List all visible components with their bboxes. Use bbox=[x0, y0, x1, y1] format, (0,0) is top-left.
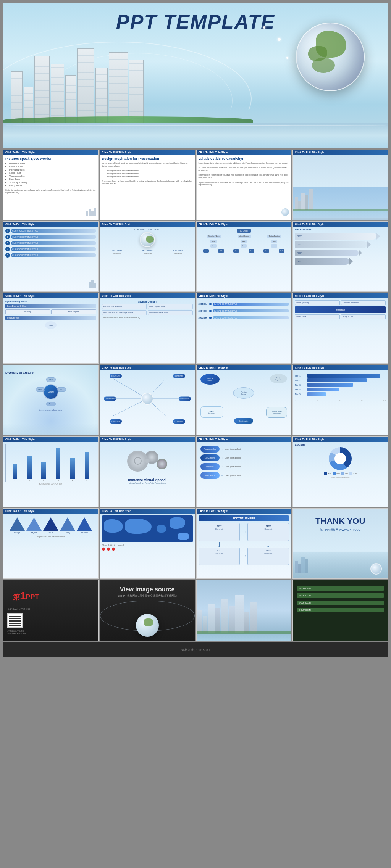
gear-small bbox=[157, 459, 167, 469]
qr-code bbox=[7, 613, 23, 628]
slide-6-2-header: Click To Edit Title Style bbox=[100, 509, 195, 514]
footer-slide-3 bbox=[196, 580, 292, 641]
hand-wave bbox=[3, 424, 98, 435]
slide-1-3-title: Valuable Aids To Creativity! bbox=[199, 157, 289, 161]
logo-number: 第 bbox=[13, 593, 20, 601]
bubble-2: DesignInspiration bbox=[270, 374, 287, 383]
slide-1-1-title: Pictures speak 1,000 words! bbox=[5, 157, 96, 161]
footer-logo-content: 第1PPT 您可以在此处下载模板 您可以在以下载模板您可以在此处下载模板 bbox=[3, 580, 98, 638]
visual-oval: Visual bbox=[45, 321, 57, 329]
logo-one: 1 bbox=[20, 590, 26, 602]
num-item-1: 1 CLICK TO EDIT TITLE STYLE bbox=[5, 229, 96, 233]
org-chart: 3D Effect Standard Setup Visual Impact S… bbox=[199, 229, 289, 253]
logo-ppt: PPT bbox=[26, 593, 39, 601]
slide-1-2-content: Design Inspiration for Presentation Lore… bbox=[100, 155, 195, 218]
comparison-grid: Visual Appealing Animation PowerPoint Im… bbox=[295, 300, 386, 319]
flow-box: Eye-Catching bbox=[200, 454, 220, 461]
grid-footer: Lorem ipsum dolor sit amet consectetur a… bbox=[102, 317, 193, 319]
slide-4-2-content: CONTENTS CONTENTS CONTENTS CONTENTS CONT… bbox=[100, 370, 195, 433]
bar bbox=[13, 464, 17, 479]
thank-globe bbox=[370, 563, 382, 575]
slide-4-1: Diversity of Culture Culture Visual Art … bbox=[3, 365, 99, 435]
num-item-4: 4 CLICK TO EDIT TITLE STYLE bbox=[5, 247, 96, 251]
bullet-item: Clarity & Power bbox=[9, 165, 96, 168]
main-container: PPT TEMPLATE bbox=[0, 0, 391, 660]
slide-1-2-footer: Stylish templates can be a valuable aid … bbox=[102, 180, 193, 185]
flow-row: Visual Appealing → Lorem ipsum dolor sit bbox=[200, 446, 288, 453]
bullet-item: Premium Design bbox=[9, 168, 96, 171]
tri-item: Premium bbox=[77, 517, 92, 534]
stair-row: Title 02 bbox=[295, 378, 386, 382]
footer-logo-text: 第1PPT bbox=[7, 584, 94, 608]
slide-5-1-content: A B C D E bbox=[3, 442, 98, 505]
footer-slide-2: View image source 1g PPT 模板网址, 历史最好全球最大模… bbox=[100, 580, 195, 641]
arrow-2: TEXT bbox=[295, 241, 367, 248]
stair-row: Title 04 bbox=[295, 388, 386, 391]
bar bbox=[56, 448, 60, 479]
arrow-down: ⟶ bbox=[217, 523, 221, 565]
bullet-item: Ready to Use bbox=[9, 184, 96, 187]
building-1 bbox=[11, 71, 23, 125]
slide-2-3: Click To Edit Title Style 3D Effect Stan… bbox=[196, 221, 292, 292]
timeline-item-1: 2015.11 CLICK TO EDIT TITLE STYLE bbox=[199, 303, 289, 306]
bar-group: E bbox=[70, 458, 75, 482]
timeline-item-2: 2014.10 CLICK TO EDIT TITLE STYLE bbox=[199, 309, 289, 312]
flow-box: Animation bbox=[200, 463, 220, 470]
slide-5-4: Click To Edit Title Style BarChart 40% 3… bbox=[292, 436, 388, 507]
slide-3-1-subtitle: Eye-Catching Visual bbox=[5, 300, 96, 303]
bar-group: A bbox=[13, 464, 17, 482]
footer-slide-1: 第1PPT 您可以在此处下载模板 您可以在以下载模板您可以在此处下载模板 bbox=[3, 580, 99, 641]
slide-4-4-content: Title 01 Title 02 Title 03 Title 04 bbox=[293, 370, 388, 433]
slide-3-2-content: Stylish Design Animation Visual Appeal B… bbox=[100, 298, 195, 361]
numbered-list: 1 CLICK TO EDIT TITLE STYLE 2 CLICK TO E… bbox=[5, 229, 96, 258]
content-grid: Animation Visual Appeal Book Diagram & F… bbox=[102, 304, 193, 315]
timeline-item-3: 2013.09 CLICK TO EDIT TITLE STYLE bbox=[199, 316, 289, 319]
comp-item: Animation PowerPoint bbox=[341, 300, 386, 305]
sparkle-2 bbox=[286, 57, 288, 59]
globe-labels: TEXT HERE TEXT HERE TEXT HERE bbox=[102, 249, 193, 251]
slide-3-2: Click To Edit Title Style Stylish Design… bbox=[100, 293, 195, 364]
slide-1-2-body: Lorem ipsum dolor sit amet, consectetur … bbox=[102, 162, 193, 167]
flow-row: Easy Search → Lorem ipsum dolor sit bbox=[200, 472, 288, 479]
bottom-strip: 素材公社 | 11615089 bbox=[3, 642, 388, 657]
bullet-item: Visual Appealing bbox=[9, 174, 96, 177]
stair-row: Title 03 bbox=[295, 383, 386, 387]
map-pin bbox=[111, 547, 115, 551]
slide-1-3: Click To Edit Title Style Valuable Aids … bbox=[196, 150, 292, 220]
slide-2-4: Click To Edit Title Style ADD CONTENTS T… bbox=[292, 221, 388, 292]
legend-item: 15% bbox=[349, 472, 357, 475]
triangle-shape bbox=[10, 517, 25, 531]
header-globe bbox=[296, 23, 365, 91]
feature-box: Book Diagram bbox=[51, 309, 96, 314]
arrow-4: TEXT bbox=[295, 258, 349, 265]
slide-2-1-content: 1 CLICK TO EDIT TITLE STYLE 2 CLICK TO E… bbox=[3, 227, 98, 290]
slide-3-3-header: Click To Edit Title Style bbox=[197, 293, 291, 298]
arrow-3: TEXT bbox=[295, 250, 358, 256]
source-bar-2: SOURCE N bbox=[297, 593, 384, 598]
slide-5-2-header: Click To Edit Title Style bbox=[100, 437, 195, 442]
feature-list: Book Diagram & Chart Diversity Book Diag… bbox=[5, 304, 96, 329]
bar-group: C bbox=[41, 462, 46, 482]
slide-3-4: Click To Edit Title Style Visual Appeali… bbox=[292, 293, 388, 364]
slide-1-2-list: Lorem ipsum dolor sit amet consectetur L… bbox=[102, 169, 193, 178]
bubble-4: Stylishtemplates bbox=[200, 406, 223, 418]
slide-5-3: Click To Edit Title Style Visual Appeali… bbox=[196, 436, 292, 507]
slide-3-1-header: Click To Edit Title Style bbox=[3, 293, 98, 298]
org-top: 3D Effect bbox=[199, 229, 289, 233]
bubble-1: Clarity &Impact bbox=[200, 374, 220, 385]
timeline: 2015.11 CLICK TO EDIT TITLE STYLE 2014.1… bbox=[199, 300, 289, 322]
flow-diagram: Visual Appealing → Lorem ipsum dolor sit… bbox=[199, 444, 289, 481]
slide-2-1-header: Click To Edit Title Style bbox=[3, 222, 98, 227]
center-highlight: Immense bbox=[295, 306, 386, 313]
orbit-item: Visual bbox=[46, 377, 56, 382]
slide-3-3-content: 2015.11 CLICK TO EDIT TITLE STYLE 2014.1… bbox=[197, 298, 291, 361]
bar bbox=[70, 458, 75, 479]
slide-4-3-header: Click To Edit Title Style bbox=[197, 365, 291, 370]
bar-chart: A B C D E bbox=[5, 444, 96, 482]
map-pins bbox=[102, 548, 193, 551]
triangle-grid: Design Stylish Visual Clarity bbox=[5, 515, 96, 536]
orbit-item: Art bbox=[57, 387, 66, 392]
slide-1-1: Click To Edit Title Style Pictures speak… bbox=[3, 150, 99, 220]
slide-6-3: Click To Edit Title Style EDIT TITLE HER… bbox=[196, 508, 292, 579]
slide-1-2-header: Click To Edit Title Style bbox=[100, 150, 195, 155]
